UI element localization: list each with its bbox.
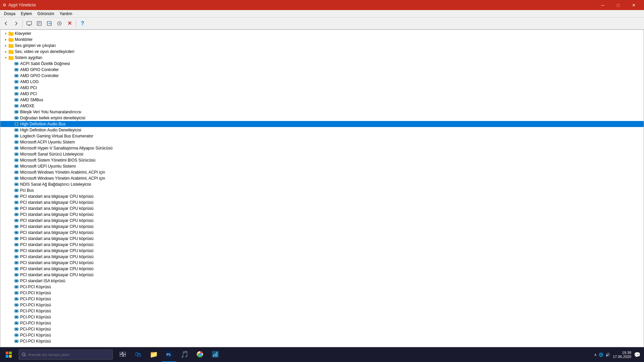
svg-rect-74 [15,111,17,113]
files-app[interactable]: 📁 [146,347,161,362]
tree-item[interactable]: PCI standart ana bilgisayar CPU köprüsü [0,193,644,199]
tree-item[interactable]: Microsoft Windows Yönetim Arabirimi, ACP… [0,175,644,181]
tree-item[interactable]: Logitech Gaming Virtual Bus Enumerator [0,133,644,139]
tree-item[interactable]: PCI standart ana bilgisayar CPU köprüsü [0,242,644,248]
menu-gorunum[interactable]: Görünüm [35,11,57,17]
tree-item[interactable]: PCI standart ana bilgisayar CPU köprüsü [0,272,644,278]
svg-rect-186 [15,195,17,197]
tree-item[interactable]: High Definition Audio Denetleyicisi [0,127,644,133]
tree-item[interactable]: PCI standart ISA köprüsü [0,278,644,284]
tree-item[interactable]: PCI standart ana bilgisayar CPU köprüsü [0,266,644,272]
tree-item[interactable]: PCI standart ana bilgisayar CPU köprüsü [0,218,644,224]
tree-item[interactable]: AMD SMBus [0,97,644,103]
scan-changes-button[interactable] [55,19,64,28]
chevron-up-icon[interactable]: ∧ [594,353,597,357]
tree-item[interactable]: PCI-PCI Köprüsü [0,290,644,296]
tree-item[interactable]: High Definition Audio Bus [0,121,644,127]
item-label: PCI standart ana bilgisayar CPU köprüsü [20,206,94,211]
show-props-button[interactable] [35,19,44,28]
tree-item[interactable]: Microsoft UEFI Uyumlu Sistemi [0,163,644,169]
item-label: AMD LOG [20,79,39,84]
tree-item[interactable]: AMDXE [0,103,644,109]
menu-yardim[interactable]: Yardım [57,11,75,17]
expand-icon[interactable]: ▸ [3,37,8,42]
tree-item[interactable]: AMD GPIO Controller [0,67,644,73]
expand-icon[interactable]: ▾ [3,55,8,60]
close-button[interactable]: ✕ [626,0,641,10]
update-driver-button[interactable] [45,19,54,28]
folder-icon [8,31,14,36]
tree-item[interactable]: PCI-PCI Köprüsü [0,332,644,338]
search-input[interactable] [28,353,110,357]
expand-icon[interactable]: ▾ [3,31,8,36]
toolbar: ✕ ? [0,17,644,29]
tree-item[interactable]: PCI-PCI Köprüsü [0,314,644,320]
item-label: NDIS Sanal Ağ Bağdaştırıcı Listeleyicisi [20,182,91,187]
taskview-button[interactable] [115,347,130,362]
tree-item[interactable]: Pci Bus [0,187,644,193]
tree-item[interactable]: AMD LOG [0,79,644,85]
store-app[interactable]: 🛍 [131,347,146,362]
notification-icon[interactable]: 💬 [634,352,641,358]
tree-item[interactable]: PCI standart ana bilgisayar CPU köprüsü [0,224,644,230]
device-icon [14,206,19,211]
powershell-app[interactable]: PS [162,347,176,362]
computer-button[interactable] [24,19,34,28]
tree-item[interactable]: Doğrudan bellek erişimi denetleyicisi [0,115,644,121]
tree-item[interactable]: PCI standart ana bilgisayar CPU köprüsü [0,260,644,266]
device-icon [14,339,19,344]
forward-button[interactable] [11,19,21,28]
device-icon [14,333,19,338]
spotify-app[interactable]: 🎵 [177,347,192,362]
device-icon [14,158,19,163]
expand-icon[interactable]: ▸ [3,49,8,54]
tree-item[interactable]: PCI standart ana bilgisayar CPU köprüsü [0,248,644,254]
minimize-button[interactable]: ─ [595,0,610,10]
tree-item[interactable]: PCI standart ana bilgisayar CPU köprüsü [0,236,644,242]
tree-item[interactable]: PCI standart ana bilgisayar CPU köprüsü [0,199,644,205]
chrome-app[interactable] [193,347,207,362]
tree-item[interactable]: Bileşik Veri Yolu Numaralandırıcısı [0,109,644,115]
tree-item[interactable]: PCI-PCI Köprüsü [0,302,644,308]
tree-item[interactable]: PCI-PCI Köprüsü [0,338,644,344]
tree-item[interactable]: Microsoft Sistem Yönetimi BIOS Sürücüsü [0,157,644,163]
menu-eylem[interactable]: Eylem [18,11,35,17]
device-tree[interactable]: ▾ Klavyeler▸ Monitörler▸ Ses girişleri v… [0,30,644,347]
help-button[interactable]: ? [78,19,87,28]
back-button[interactable] [1,19,11,28]
device-icon [14,146,19,150]
tree-item[interactable]: Microsoft Windows Yönetim Arabirimi, ACP… [0,169,644,175]
tree-item[interactable]: PCI standart ana bilgisayar CPU köprüsü [0,205,644,212]
expand-icon[interactable]: ▸ [3,43,8,48]
tree-item[interactable]: NDIS Sanal Ağ Bağdaştırıcı Listeleyicisi [0,181,644,187]
tree-item[interactable]: ▾ Klavyeler [0,31,644,37]
uninstall-button[interactable]: ✕ [65,19,74,28]
tree-item[interactable]: PCI-PCI Köprüsü [0,320,644,326]
item-label: PCI-PCI Köprüsü [20,285,51,289]
taskbar-clock[interactable]: 19:38 17.06.2020 [613,351,631,359]
tree-item[interactable]: PCI-PCI Köprüsü [0,296,644,302]
tree-item[interactable]: AMD PCI [0,91,644,97]
tree-item[interactable]: ▸ Ses girişleri ve çıkışları [0,43,644,49]
tree-item[interactable]: Microsoft Hyper-V Sanallaştırma Altyapıs… [0,145,644,151]
start-button[interactable] [0,347,17,362]
tree-item[interactable]: PCI-PCI Köprüsü [0,308,644,314]
tree-item[interactable]: PCI standart ana bilgisayar CPU köprüsü [0,230,644,236]
tree-item[interactable]: PCI-PCI Köprüsü [0,326,644,332]
tree-item[interactable]: ▾ Sistem aygıtları [0,55,644,61]
tree-item[interactable]: AMD PCI [0,85,644,91]
app7[interactable] [208,347,223,362]
device-icon [14,248,19,253]
menu-dosya[interactable]: Dosya [1,11,18,17]
tree-item[interactable]: ACPI Sabit Özellik Düğmesi [0,61,644,67]
tree-item[interactable]: PCI-PCI Köprüsü [0,284,644,290]
tree-item[interactable]: ▸ Ses, video ve oyun denetleyicileri [0,49,644,55]
tree-item[interactable]: AMD GPIO Controller [0,73,644,79]
tree-item[interactable]: PCI standart ana bilgisayar CPU köprüsü [0,254,644,260]
tree-item[interactable]: ▸ Monitörler [0,37,644,43]
tree-item[interactable]: Microsoft ACPI Uyumlu Sistem [0,139,644,145]
maximize-button[interactable]: □ [610,0,626,10]
tree-item[interactable]: PCI standart ana bilgisayar CPU köprüsü [0,212,644,218]
search-bar[interactable] [19,350,113,360]
tree-item[interactable]: Microsoft Sanal Sürücü Listeleyicisi [0,151,644,157]
